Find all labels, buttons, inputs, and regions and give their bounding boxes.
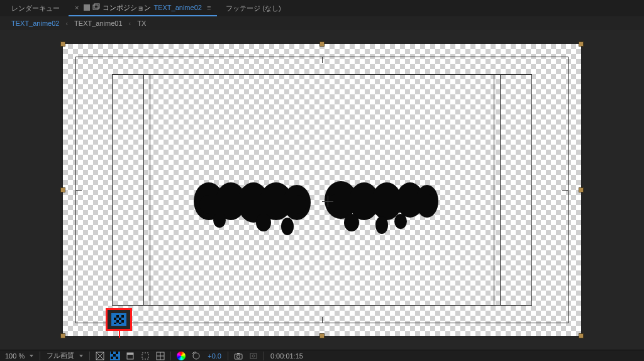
zoom-value: 100 %	[5, 352, 25, 360]
timecode-value: 0:00:01:15	[270, 352, 303, 360]
annotation-pointer	[119, 329, 120, 338]
grid-guides-icon[interactable]	[155, 352, 165, 360]
center-tick	[562, 190, 569, 191]
svg-point-15	[344, 214, 359, 231]
mask-visibility-icon[interactable]	[125, 352, 135, 360]
canvas-wrap	[63, 44, 581, 336]
transform-handle[interactable]	[579, 42, 584, 47]
snapshot-icon[interactable]	[233, 352, 243, 360]
svg-rect-19	[328, 194, 435, 213]
divider	[228, 352, 228, 360]
tab-composition[interactable]: × コンポジション TEXT_anime02 ≡	[69, 1, 217, 16]
svg-point-16	[375, 216, 388, 234]
svg-rect-18	[199, 195, 306, 214]
canvas[interactable]	[63, 44, 581, 336]
colorwheel-icon	[177, 352, 186, 360]
tab-render-queue[interactable]: レンダーキュー	[5, 1, 66, 16]
zoom-dropdown[interactable]: 100 %	[4, 352, 35, 360]
guide-line	[500, 74, 501, 306]
comp-stop-icon	[84, 4, 90, 11]
reset-exposure-icon[interactable]	[191, 352, 201, 360]
transform-handle[interactable]	[60, 187, 65, 192]
resolution-value: フル画質	[47, 351, 74, 360]
chevron-left-icon: ‹	[65, 19, 68, 27]
viewer-status-bar: 100 % フル画質 +0.0 0:00:01:15	[0, 350, 644, 361]
transform-handle[interactable]	[319, 333, 325, 338]
svg-rect-37	[250, 353, 257, 358]
crumb-item[interactable]: TEXT_anime01	[69, 18, 127, 28]
center-tick	[322, 57, 323, 63]
svg-point-38	[252, 355, 255, 357]
svg-rect-25	[111, 357, 113, 359]
divider	[89, 352, 90, 360]
center-tick	[75, 190, 82, 191]
transform-handle[interactable]	[579, 333, 584, 338]
fast-preview-icon[interactable]	[95, 352, 105, 360]
svg-rect-0	[93, 5, 98, 9]
show-snapshot-icon[interactable]	[248, 352, 258, 360]
svg-rect-1	[94, 4, 99, 8]
exposure-value[interactable]: +0.0	[206, 352, 223, 360]
transform-handle[interactable]	[579, 187, 584, 192]
svg-point-33	[193, 353, 199, 359]
tab-label: レンダーキュー	[11, 4, 60, 13]
guide-line	[494, 74, 494, 306]
close-icon[interactable]: ×	[75, 4, 79, 11]
transform-handle[interactable]	[60, 42, 65, 47]
divider	[264, 352, 264, 360]
current-time[interactable]: 0:00:01:15	[269, 352, 304, 360]
breadcrumb: TEXT_anime02 ‹ TEXT_anime01 ‹ TX	[0, 16, 644, 30]
svg-rect-22	[111, 352, 113, 354]
svg-rect-28	[127, 353, 133, 355]
transparency-grid-icon[interactable]	[110, 352, 120, 360]
transparency-grid-icon	[114, 315, 124, 324]
panel-tabs: レンダーキュー × コンポジション TEXT_anime02 ≡ フッテージ (…	[0, 0, 644, 16]
svg-rect-23	[116, 352, 118, 354]
panel-menu-icon[interactable]: ≡	[207, 4, 211, 11]
comp-layers-icon	[92, 3, 100, 12]
text-layer[interactable]	[193, 176, 451, 239]
divider	[40, 352, 40, 360]
channel-icon[interactable]	[176, 352, 186, 360]
annotation-highlight	[106, 308, 132, 331]
composition-viewer[interactable]	[0, 30, 644, 350]
svg-rect-26	[116, 357, 118, 359]
tab-prefix: コンポジション	[103, 3, 151, 13]
tab-label: フッテージ (なし)	[226, 4, 280, 13]
divider	[170, 352, 171, 360]
svg-point-7	[213, 213, 226, 228]
svg-rect-36	[237, 353, 240, 354]
crumb-item[interactable]: TX	[132, 18, 151, 28]
tab-footage[interactable]: フッテージ (なし)	[219, 1, 287, 16]
svg-point-17	[394, 214, 407, 229]
exposure-text: +0.0	[208, 352, 221, 360]
transform-handle[interactable]	[60, 333, 65, 338]
svg-point-8	[256, 214, 271, 231]
transparency-grid-button[interactable]	[111, 313, 126, 326]
crumb-item[interactable]: TEXT_anime02	[6, 18, 64, 28]
region-of-interest-icon[interactable]	[140, 352, 150, 360]
chevron-left-icon: ‹	[129, 19, 131, 27]
svg-point-35	[236, 355, 240, 358]
transform-handle[interactable]	[319, 42, 325, 47]
center-tick	[322, 317, 323, 323]
svg-rect-29	[142, 353, 148, 359]
resolution-dropdown[interactable]: フル画質	[45, 351, 84, 360]
tab-comp-name: TEXT_anime02	[153, 4, 201, 11]
svg-rect-24	[113, 354, 116, 357]
guide-line	[143, 74, 144, 306]
guide-line	[150, 74, 150, 306]
svg-point-9	[281, 218, 294, 235]
